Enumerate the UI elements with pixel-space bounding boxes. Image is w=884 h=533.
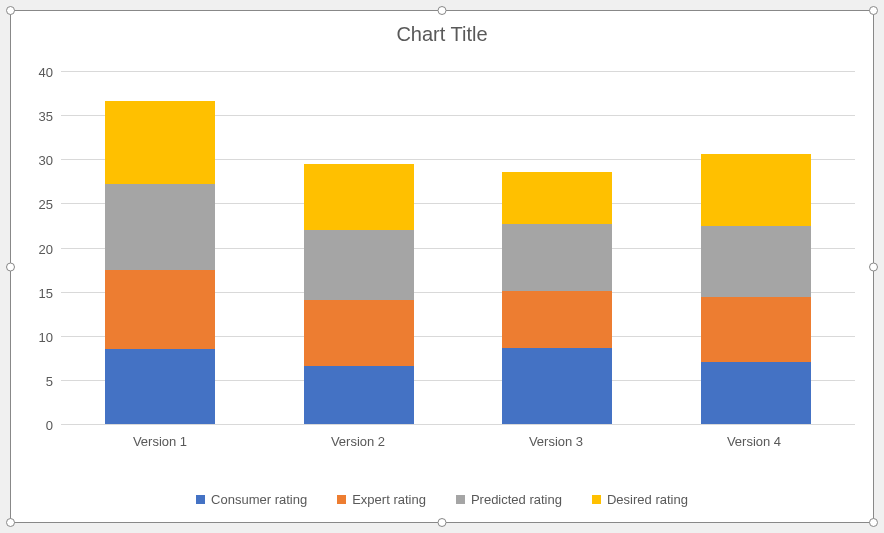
x-tick-label: Version 4 [699, 424, 809, 454]
y-tick-label: 5 [21, 373, 61, 388]
resize-handle-bottom-left[interactable] [6, 518, 15, 527]
bar-segment[interactable] [502, 348, 612, 424]
legend-item[interactable]: Expert rating [337, 492, 426, 507]
bar-segment[interactable] [304, 164, 414, 230]
bars-container [61, 71, 855, 424]
legend-item[interactable]: Consumer rating [196, 492, 307, 507]
legend-swatch [337, 495, 346, 504]
y-tick-label: 15 [21, 285, 61, 300]
bar-segment[interactable] [304, 230, 414, 301]
resize-handle-top[interactable] [438, 6, 447, 15]
resize-handle-bottom[interactable] [438, 518, 447, 527]
legend[interactable]: Consumer ratingExpert ratingPredicted ra… [11, 492, 873, 507]
legend-item[interactable]: Predicted rating [456, 492, 562, 507]
x-tick-label: Version 2 [303, 424, 413, 454]
legend-label: Consumer rating [211, 492, 307, 507]
y-tick-label: 35 [21, 109, 61, 124]
y-tick-label: 10 [21, 329, 61, 344]
legend-swatch [592, 495, 601, 504]
x-tick-label: Version 3 [501, 424, 611, 454]
chart-title[interactable]: Chart Title [11, 11, 873, 54]
bar-segment[interactable] [701, 362, 811, 424]
legend-label: Expert rating [352, 492, 426, 507]
bar-group[interactable] [304, 164, 414, 424]
bar-segment[interactable] [502, 224, 612, 291]
legend-swatch [196, 495, 205, 504]
resize-handle-top-right[interactable] [869, 6, 878, 15]
y-tick-label: 0 [21, 418, 61, 433]
y-tick-label: 20 [21, 241, 61, 256]
resize-handle-top-left[interactable] [6, 6, 15, 15]
bar-segment[interactable] [105, 101, 215, 184]
bar-segment[interactable] [105, 184, 215, 270]
bar-group[interactable] [502, 172, 612, 424]
plot-area[interactable]: 0510152025303540 [61, 71, 855, 424]
bar-segment[interactable] [304, 366, 414, 424]
bar-segment[interactable] [701, 154, 811, 226]
x-tick-label: Version 1 [105, 424, 215, 454]
legend-label: Desired rating [607, 492, 688, 507]
resize-handle-left[interactable] [6, 262, 15, 271]
legend-item[interactable]: Desired rating [592, 492, 688, 507]
y-tick-label: 40 [21, 65, 61, 80]
bar-segment[interactable] [502, 172, 612, 224]
bar-segment[interactable] [701, 297, 811, 362]
bar-group[interactable] [105, 101, 215, 424]
bar-segment[interactable] [105, 270, 215, 349]
bar-segment[interactable] [701, 226, 811, 297]
legend-label: Predicted rating [471, 492, 562, 507]
resize-handle-right[interactable] [869, 262, 878, 271]
bar-segment[interactable] [105, 349, 215, 424]
chart-container[interactable]: Chart Title 0510152025303540 Version 1Ve… [10, 10, 874, 523]
y-tick-label: 25 [21, 197, 61, 212]
legend-swatch [456, 495, 465, 504]
resize-handle-bottom-right[interactable] [869, 518, 878, 527]
x-axis: Version 1Version 2Version 3Version 4 [61, 424, 853, 454]
bar-segment[interactable] [304, 300, 414, 365]
bar-group[interactable] [701, 154, 811, 424]
bar-segment[interactable] [502, 291, 612, 348]
y-tick-label: 30 [21, 153, 61, 168]
